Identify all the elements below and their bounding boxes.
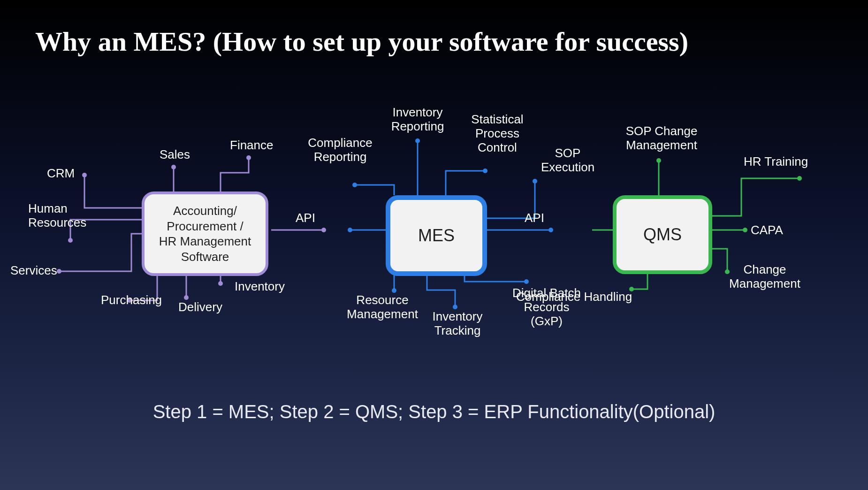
svg-point-8 <box>321 228 326 232</box>
svg-point-13 <box>533 179 537 184</box>
label-finance: Finance <box>230 138 274 153</box>
label-services: Services <box>10 264 57 278</box>
svg-point-17 <box>524 279 529 284</box>
label-purchasing: Purchasing <box>101 293 162 307</box>
slide-title: Why an MES? (How to set up your software… <box>35 26 688 57</box>
label-delivery: Delivery <box>178 300 222 314</box>
erp-box-label: Accounting/Procurement /HR ManagementSof… <box>159 203 251 264</box>
label-change-management: ChangeManagement <box>718 263 812 291</box>
slide: Why an MES? (How to set up your software… <box>0 0 868 490</box>
svg-point-6 <box>171 165 176 169</box>
label-compliance-reporting: ComplianceReporting <box>298 136 382 164</box>
label-api-erp: API <box>296 211 315 225</box>
label-inventory-tracking: InventoryTracking <box>420 310 495 338</box>
svg-point-15 <box>392 288 396 293</box>
svg-point-9 <box>348 228 352 232</box>
svg-point-5 <box>218 281 223 286</box>
qms-box-label: QMS <box>643 225 682 245</box>
svg-point-19 <box>797 176 802 181</box>
svg-point-14 <box>548 228 553 232</box>
label-api-mes: API <box>525 211 544 225</box>
label-sop-change-management: SOP ChangeManagement <box>610 124 713 153</box>
svg-point-12 <box>483 168 487 173</box>
svg-point-1 <box>68 238 73 243</box>
svg-point-11 <box>415 138 420 143</box>
footer-text: Step 1 = MES; Step 2 = QMS; Step 3 = ERP… <box>0 401 868 422</box>
svg-point-16 <box>453 305 457 309</box>
label-resource-management: ResourceManagement <box>335 293 429 322</box>
mes-box-label: MES <box>418 226 455 245</box>
svg-point-2 <box>57 269 61 274</box>
label-crm: CRM <box>47 167 75 181</box>
svg-point-7 <box>246 155 251 160</box>
label-inventory-reporting: InventoryReporting <box>375 106 460 134</box>
label-sop-execution: SOPExecution <box>530 146 605 175</box>
erp-box: Accounting/Procurement /HR ManagementSof… <box>142 191 268 276</box>
label-compliance-handling: Compliance Handling <box>516 290 632 304</box>
svg-point-4 <box>184 295 189 300</box>
svg-point-0 <box>82 173 87 177</box>
svg-point-18 <box>656 158 661 163</box>
label-inventory: Inventory <box>235 280 285 294</box>
label-human-resources: HumanResources <box>28 202 113 230</box>
svg-point-20 <box>743 228 747 232</box>
label-hr-training: HR Training <box>744 155 808 169</box>
mes-box: MES <box>386 195 487 276</box>
label-sales: Sales <box>160 148 190 162</box>
svg-point-10 <box>352 183 357 187</box>
label-capa: CAPA <box>751 223 783 237</box>
qms-box: QMS <box>613 195 712 274</box>
label-statistical-process-control: StatisticalProcessControl <box>460 113 535 155</box>
